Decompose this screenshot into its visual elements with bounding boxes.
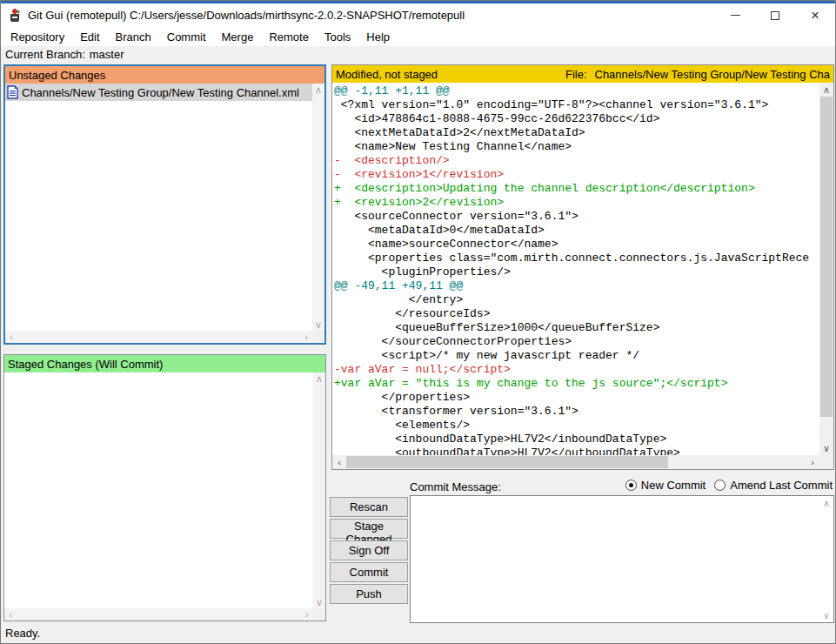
document-icon — [7, 85, 18, 99]
diff-line: <metaDataId>0</metaDataId> — [334, 224, 819, 238]
scroll-up-icon[interactable]: ∧ — [819, 83, 833, 97]
diff-content[interactable]: @@ -1,11 +1,11 @@ <?xml version="1.0" en… — [332, 83, 819, 455]
diff-horizontal-scrollbar[interactable]: ‹ › — [332, 455, 819, 469]
scroll-up-icon[interactable]: ∧ — [312, 84, 324, 96]
close-button[interactable]: × — [795, 3, 835, 27]
diff-file-path: Channels/New Testing Group/New Testing C… — [595, 68, 831, 81]
diff-file-label: File: — [565, 68, 587, 81]
diff-line: @@ -1,11 +1,11 @@ — [334, 84, 819, 98]
action-button-column: Rescan Stage Changed Sign Off Commit Pus… — [330, 497, 408, 606]
diff-vertical-scrollbar[interactable]: ∧ ∨ — [819, 83, 833, 455]
radio-new-commit[interactable]: New Commit — [625, 479, 706, 492]
scroll-up-icon[interactable]: ∧ — [313, 372, 325, 385]
radio-label: Amend Last Commit — [730, 479, 833, 492]
diff-line: + <revision>2</revision> — [334, 196, 819, 210]
unstaged-horizontal-scrollbar[interactable]: ‹ › — [5, 331, 312, 343]
scroll-left-icon[interactable]: ‹ — [5, 331, 17, 343]
diff-line: <sourceConnector version="3.6.1"> — [334, 210, 819, 224]
current-branch-label: Current Branch: — [5, 48, 85, 61]
stage-changed-button[interactable]: Stage Changed — [330, 519, 408, 539]
unstaged-file-list[interactable]: Channels/New Testing Group/New Testing C… — [5, 84, 312, 331]
git-gui-window: { "window": { "title": "Git Gui (remotep… — [0, 0, 836, 644]
status-text: Ready. — [5, 627, 40, 640]
staged-file-list[interactable] — [4, 372, 313, 608]
sign-off-button[interactable]: Sign Off — [330, 540, 408, 560]
diff-status: Modified, not staged — [336, 68, 438, 81]
file-row[interactable]: Channels/New Testing Group/New Testing C… — [5, 84, 312, 101]
diff-line: </resourceIds> — [334, 307, 819, 321]
scroll-left-icon[interactable]: ‹ — [4, 608, 17, 621]
unstaged-changes-header: Unstaged Changes — [5, 66, 324, 84]
file-name: Channels/New Testing Group/New Testing C… — [22, 86, 299, 99]
horizontal-scroll-thumb[interactable] — [346, 456, 668, 468]
diff-line: - <revision>1</revision> — [334, 168, 819, 182]
diff-panel: Modified, not staged File: Channels/New … — [331, 64, 834, 470]
menu-branch[interactable]: Branch — [108, 27, 159, 46]
status-bar: Ready. — [1, 622, 835, 643]
diff-line: +var aVar = "this is my change to the js… — [334, 377, 819, 391]
scrollbar-corner — [313, 608, 325, 621]
scrollbar-corner — [312, 331, 324, 343]
radio-icon — [625, 480, 637, 491]
diff-line: </sourceConnectorProperties> — [334, 335, 819, 349]
diff-line: <inboundDataType>HL7V2</inboundDataType> — [334, 433, 819, 446]
maximize-icon — [771, 11, 779, 20]
staged-horizontal-scrollbar[interactable]: ‹ › — [4, 608, 313, 621]
scroll-right-icon[interactable]: › — [300, 331, 312, 343]
git-gui-app-icon — [8, 9, 22, 23]
current-branch-bar: Current Branch: master — [1, 46, 835, 63]
scroll-down-icon[interactable]: ∨ — [819, 441, 833, 455]
commit-type-radio-group: New Commit Amend Last Commit — [625, 479, 833, 492]
menu-merge[interactable]: Merge — [214, 27, 262, 46]
scroll-down-icon[interactable]: ∨ — [312, 319, 324, 331]
diff-line: -var aVar = null;</script> — [334, 363, 819, 377]
diff-line: <queueBufferSize>1000</queueBufferSize> — [334, 321, 819, 335]
title-bar: Git Gui (remotepull) C:/Users/jesse/Down… — [1, 3, 835, 27]
scroll-up-icon[interactable]: ∧ — [820, 497, 833, 509]
unstaged-changes-panel: Unstaged Changes Channels/New Testing Gr… — [3, 64, 326, 345]
staged-changes-panel: Staged Changes (Will Commit) ∧ ∨ ‹ › — [3, 354, 326, 621]
radio-label: New Commit — [641, 479, 706, 492]
menu-remote[interactable]: Remote — [261, 27, 317, 46]
maximize-button[interactable] — [755, 3, 795, 27]
commit-message-input[interactable] — [412, 498, 819, 621]
diff-line: <script>/* my new javascript reader */ — [334, 349, 819, 363]
scrollbar-corner — [819, 455, 833, 469]
vertical-scroll-thumb[interactable] — [820, 97, 833, 417]
unstaged-vertical-scrollbar[interactable]: ∧ ∨ — [312, 84, 324, 331]
scroll-right-icon[interactable]: › — [301, 608, 313, 621]
diff-header: Modified, not staged File: Channels/New … — [332, 65, 833, 83]
menu-commit[interactable]: Commit — [159, 27, 214, 46]
diff-line: + <description>Updating the channel desc… — [334, 182, 819, 196]
minimize-button[interactable] — [715, 3, 755, 27]
rescan-button[interactable]: Rescan — [330, 497, 408, 517]
diff-line: @@ -49,11 +49,11 @@ — [334, 279, 819, 293]
scroll-down-icon[interactable]: ∨ — [313, 596, 325, 608]
diff-line: - <description/> — [334, 154, 819, 168]
diff-line: <id>478864c1-8088-4675-99cc-26d622376bcc… — [334, 112, 819, 126]
menu-help[interactable]: Help — [358, 27, 398, 46]
scroll-down-icon[interactable]: ∨ — [820, 609, 833, 621]
diff-line: <outboundDataType>HL7V2</outboundDataTyp… — [334, 446, 819, 455]
radio-icon — [714, 480, 726, 491]
diff-line: <name>sourceConnector</name> — [334, 238, 819, 252]
diff-line: <name>New Testing Channel</name> — [334, 140, 819, 154]
menu-tools[interactable]: Tools — [317, 27, 358, 46]
diff-line: <?xml version="1.0" encoding="UTF-8"?><c… — [334, 98, 819, 112]
commit-button[interactable]: Commit — [330, 562, 408, 582]
diff-line: </properties> — [334, 391, 819, 405]
staged-vertical-scrollbar[interactable]: ∧ ∨ — [313, 372, 325, 608]
diff-line: <nextMetaDataId>2</nextMetaDataId> — [334, 126, 819, 140]
scroll-right-icon[interactable]: › — [806, 455, 819, 469]
diff-file: File: Channels/New Testing Group/New Tes… — [565, 68, 830, 81]
current-branch-value: master — [90, 48, 124, 61]
minimize-icon — [731, 15, 740, 16]
diff-line: <pluginProperties/> — [334, 265, 819, 279]
radio-amend-last-commit[interactable]: Amend Last Commit — [714, 479, 833, 492]
window-title: Git Gui (remotepull) C:/Users/jesse/Down… — [28, 9, 465, 22]
menu-repository[interactable]: Repository — [3, 27, 72, 46]
push-button[interactable]: Push — [330, 584, 408, 604]
menu-edit[interactable]: Edit — [72, 27, 107, 46]
scroll-left-icon[interactable]: ‹ — [332, 455, 346, 469]
diff-line: </entry> — [334, 293, 819, 307]
